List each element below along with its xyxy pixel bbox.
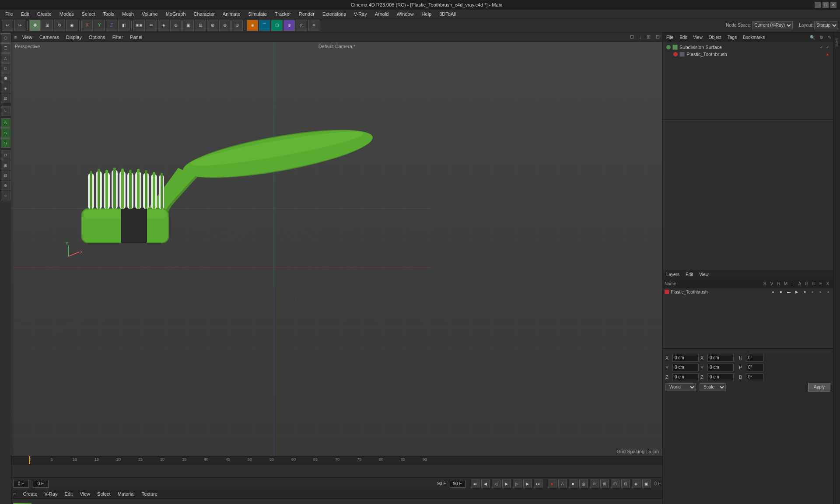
tc-goto-start[interactable]: ⏮	[471, 480, 480, 488]
toolbar-paint[interactable]: ✏	[146, 20, 157, 31]
close-button[interactable]: ✕	[830, 2, 836, 8]
vp-icon-3[interactable]: ⊞	[647, 34, 651, 40]
tc-mode7[interactable]: ◈	[632, 480, 640, 488]
left-tool-16[interactable]: ☆	[1, 191, 10, 200]
menu-arnold[interactable]: Arnold	[371, 10, 392, 18]
left-tool-1[interactable]: ⬡	[1, 33, 10, 43]
coord-pos-mode[interactable]: World Local	[665, 383, 696, 391]
om-brush-color-tag[interactable]: ■	[826, 52, 829, 56]
vp-menu-filter[interactable]: Filter	[111, 34, 125, 41]
vp-menu-display[interactable]: Display	[64, 34, 84, 41]
om-icon-2[interactable]: ⚙	[819, 35, 823, 40]
toolbar-poly[interactable]: ▣▣	[133, 20, 145, 31]
toolbar-subdiv[interactable]: ⬡	[271, 20, 283, 31]
coord-b-input[interactable]	[746, 373, 763, 381]
om-subdiv-check2[interactable]: ✓	[826, 45, 830, 49]
toolbar-render2[interactable]: ⊡	[195, 20, 206, 31]
layer-icon-x1[interactable]: ×	[809, 290, 816, 294]
tc-record[interactable]: ●	[548, 480, 556, 488]
menu-mograph[interactable]: MoGraph	[162, 10, 189, 18]
toolbar-z[interactable]: Z	[106, 20, 117, 31]
toolbar-scale[interactable]: ⊞	[42, 20, 53, 31]
coord-x2-input[interactable]	[707, 354, 734, 362]
maximize-button[interactable]: □	[822, 2, 829, 8]
om-item-toothbrush[interactable]: Plastic_Toothbrush ■	[665, 51, 831, 58]
tc-next-frame[interactable]: ▶	[523, 480, 532, 488]
menu-3dtoall[interactable]: 3DToAll	[436, 10, 459, 18]
om-menu-edit[interactable]: Edit	[678, 35, 689, 40]
toolbar-spline[interactable]: ⌒	[259, 20, 270, 31]
layer-icon-play[interactable]: ▶	[794, 290, 800, 294]
coord-apply-button[interactable]: Apply	[808, 383, 830, 392]
layer-icon-star[interactable]: ★	[802, 290, 808, 294]
layer-item-toothbrush[interactable]: Plastic_Toothbrush ● ■ ▬ ▶ ★ × × ×	[663, 288, 833, 296]
menu-animate[interactable]: Animate	[219, 10, 244, 18]
layer-icon-x2[interactable]: ×	[817, 290, 823, 294]
vp-icon-2[interactable]: ↓	[639, 35, 642, 40]
layers-menu-layers[interactable]: Layers	[665, 272, 681, 277]
tc-mode5[interactable]: ⊟	[611, 480, 620, 488]
left-tool-11[interactable]: S	[1, 138, 10, 148]
coord-p-input[interactable]	[746, 364, 763, 371]
mat-menu-view[interactable]: View	[78, 491, 92, 497]
timeline-ruler[interactable]: 0 5 10 15 20 25 30 35 40 45 50 55 60 65 …	[11, 456, 662, 464]
vp-menu-icon[interactable]: ≡	[14, 35, 17, 40]
nodespace-select[interactable]: Current (V-Ray)	[752, 21, 793, 29]
om-item-subdiv[interactable]: Subdivision Surface ✓ ✓	[665, 44, 831, 51]
toolbar-mode4[interactable]: ◉	[66, 20, 77, 31]
tc-prev-key[interactable]: ◁	[492, 480, 500, 488]
frame-counter-input[interactable]	[33, 480, 49, 488]
viewport[interactable]: X Y Perspective Default Camera.* Grid Sp…	[11, 42, 662, 456]
left-tool-6[interactable]: ◈	[1, 84, 10, 93]
toolbar-add[interactable]: ⊕	[170, 20, 182, 31]
menu-create[interactable]: Create	[34, 10, 55, 18]
material-swatch[interactable]	[13, 503, 32, 504]
tc-mode1[interactable]: ■	[569, 480, 578, 488]
tc-goto-end[interactable]: ⏭	[534, 480, 542, 488]
left-tool-13[interactable]: ⊞	[1, 161, 10, 170]
left-tool-2[interactable]: ☰	[1, 43, 10, 53]
menu-simulate[interactable]: Simulate	[245, 10, 270, 18]
toolbar-sculpt[interactable]: ◈	[158, 20, 169, 31]
vp-menu-panel[interactable]: Panel	[128, 34, 144, 41]
toolbar-y[interactable]: Y	[94, 20, 105, 31]
coord-z-input[interactable]	[672, 373, 699, 381]
vp-icon-1[interactable]: ⊡	[630, 34, 634, 40]
coord-y2-input[interactable]	[707, 364, 734, 371]
om-menu-tags[interactable]: Tags	[726, 35, 738, 40]
toolbar-redo[interactable]: ↪	[14, 20, 25, 31]
tc-auto[interactable]: A	[558, 480, 567, 488]
menu-tools[interactable]: Tools	[99, 10, 118, 18]
toolbar-world[interactable]: ◧	[118, 20, 130, 31]
menu-window[interactable]: Window	[393, 10, 417, 18]
om-menu-bookmarks[interactable]: Bookmarks	[741, 35, 766, 40]
toolbar-render1[interactable]: ▣	[182, 20, 194, 31]
left-tool-3[interactable]: △	[1, 53, 10, 63]
mat-menu-create[interactable]: Create	[21, 491, 39, 497]
menu-file[interactable]: File	[2, 10, 17, 18]
mat-menu-texture[interactable]: Texture	[140, 491, 159, 497]
vp-menu-options[interactable]: Options	[87, 34, 107, 41]
coord-x-input[interactable]	[672, 354, 699, 362]
mat-menu-material[interactable]: Material	[116, 491, 136, 497]
layout-select[interactable]: Startup	[814, 21, 838, 29]
tc-mode8[interactable]: ▣	[642, 480, 651, 488]
menu-volume[interactable]: Volume	[138, 10, 161, 18]
left-tool-8[interactable]: L	[1, 106, 10, 116]
tc-mode2[interactable]: ◎	[579, 480, 588, 488]
left-tool-10[interactable]: S	[1, 128, 10, 138]
left-tool-7[interactable]: ⊡	[1, 94, 10, 103]
toolbar-cube[interactable]: ■	[247, 20, 258, 31]
left-tool-12[interactable]: ↺	[1, 150, 10, 160]
mat-menu-edit[interactable]: Edit	[63, 491, 74, 497]
tc-play[interactable]: ▶	[502, 480, 511, 488]
toolbar-move[interactable]: ✥	[29, 20, 41, 31]
coord-h-input[interactable]	[746, 354, 763, 362]
menu-modes[interactable]: Modes	[56, 10, 77, 18]
menu-tracker[interactable]: Tracker	[271, 10, 294, 18]
coord-scale-mode[interactable]: Scale Size	[700, 383, 726, 391]
coord-z2-input[interactable]	[707, 373, 734, 381]
left-tool-4[interactable]: ◻	[1, 63, 10, 73]
coord-y-input[interactable]	[672, 364, 699, 371]
om-icon-3[interactable]: ✎	[828, 35, 831, 40]
